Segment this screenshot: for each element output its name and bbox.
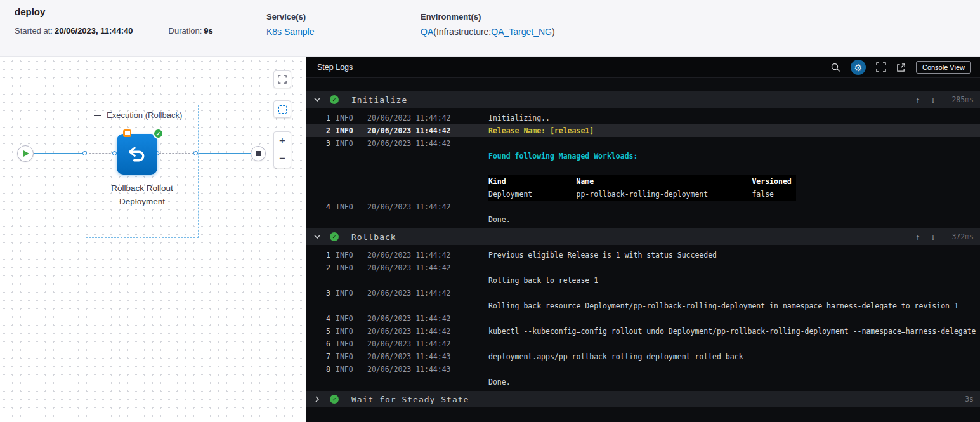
log-line[interactable]: 1 INFO 20/06/2023 11:44:42 Previous elig… (306, 249, 980, 261)
log-timestamp: 20/06/2023 11:44:42 (367, 312, 483, 325)
log-line[interactable] (306, 162, 980, 175)
log-line[interactable]: 3 INFO 20/06/2023 11:44:42 (306, 137, 980, 150)
log-level: INFO (336, 325, 362, 338)
chevron-down-icon[interactable] (314, 96, 320, 103)
log-message: Done. (488, 376, 511, 388)
log-level: INFO (336, 249, 362, 261)
section-success-icon: ✓ (330, 95, 339, 104)
log-timestamp: 20/06/2023 11:44:43 (367, 363, 483, 376)
log-line[interactable]: 2 INFO 20/06/2023 11:44:42 Release Name:… (306, 124, 980, 137)
log-message: Done. (488, 213, 511, 226)
log-line[interactable]: Rolling back to release 1 (306, 274, 980, 287)
log-section-wait-for-steady-state: ✓ Wait for Steady State 3s (306, 391, 980, 407)
log-line[interactable]: 3 INFO 20/06/2023 11:44:42 (306, 287, 980, 300)
log-line-number (306, 188, 330, 201)
infrastructure-prefix: (Infrastructure: (433, 27, 491, 37)
log-timestamp (367, 162, 483, 175)
scroll-to-top-icon[interactable]: ↑ (915, 95, 920, 105)
log-timestamp: 20/06/2023 11:44:42 (367, 137, 483, 150)
log-line-number (306, 213, 330, 226)
environments-block: Environment(s) QA(Infrastructure:QA_Targ… (421, 6, 555, 37)
infrastructure-link[interactable]: QA_Target_NG (491, 27, 552, 37)
console-view-button[interactable]: Console View (916, 61, 971, 74)
log-message: Previous eligible Release is 1 with stat… (488, 249, 717, 261)
console-title: Step Logs (317, 63, 353, 72)
chevron-right-icon[interactable] (313, 396, 321, 402)
log-level: INFO (336, 338, 362, 350)
expand-logs-icon[interactable] (876, 62, 886, 72)
log-line[interactable]: Kind Name Versioned (306, 175, 980, 188)
started-at-value: 20/06/2023, 11:44:40 (55, 26, 133, 36)
started-at-label: Started at: (15, 26, 53, 36)
scroll-to-bottom-icon[interactable]: ↓ (931, 232, 936, 242)
collapse-icon[interactable] (94, 115, 101, 116)
chevron-down-icon[interactable] (314, 233, 320, 241)
log-timestamp: 20/06/2023 11:44:42 (367, 325, 483, 338)
log-lines: 1 INFO 20/06/2023 11:44:42 Previous elig… (306, 245, 980, 391)
log-timestamp: 20/06/2023 11:44:43 (367, 350, 483, 363)
section-title: Rollback (351, 232, 396, 242)
scroll-to-bottom-icon[interactable]: ↓ (931, 95, 936, 105)
log-line[interactable]: Done. (306, 376, 980, 388)
scroll-to-top-icon[interactable]: ↑ (915, 232, 920, 242)
play-icon (23, 150, 29, 157)
log-line[interactable]: 6 INFO 20/06/2023 11:44:42 (306, 338, 980, 350)
infrastructure-suffix: ) (552, 27, 555, 37)
log-line[interactable]: Done. (306, 213, 980, 226)
log-line-number: 4 (306, 201, 330, 213)
zoom-in-button[interactable]: + (274, 132, 291, 150)
log-line[interactable]: Rolling back resource Deployment/pp-roll… (306, 300, 980, 312)
log-line[interactable]: Found following Managed Workloads: (306, 150, 980, 162)
log-line[interactable]: 8 INFO 20/06/2023 11:44:43 (306, 363, 980, 376)
log-line-number: 3 (306, 287, 330, 300)
log-line-number (306, 162, 330, 175)
canvas-selection-button[interactable] (273, 100, 291, 118)
section-header-initialize[interactable]: ✓ Initialize ↑ ↓ 285ms (306, 91, 980, 108)
section-header-rollback[interactable]: ✓ Rollback ↑ ↓ 372ms (306, 228, 980, 245)
log-message: Rolling back to release 1 (488, 274, 598, 287)
log-line-number: 1 (306, 112, 330, 124)
pipeline-execution-page: deploy Started at:20/06/2023, 11:44:40 D… (0, 0, 980, 422)
section-header-wait-for-steady-state[interactable]: ✓ Wait for Steady State 3s (306, 391, 980, 407)
rollback-step-node[interactable]: ✓ (117, 134, 157, 175)
environments-label: Environment(s) (421, 12, 555, 22)
search-icon[interactable] (830, 62, 840, 72)
start-node (17, 145, 34, 162)
log-message: Found following Managed Workloads: (488, 150, 637, 162)
log-line[interactable]: Deployment pp-rollback-rolling-deploymen… (306, 188, 980, 201)
log-level (336, 188, 362, 201)
started-at: Started at:20/06/2023, 11:44:40 (15, 26, 133, 36)
log-level: INFO (336, 124, 362, 137)
settings-gear-icon[interactable]: ⚙ (851, 60, 866, 75)
zoom-out-button[interactable]: − (274, 150, 291, 168)
log-line[interactable]: 1 INFO 20/06/2023 11:44:42 Initializing.… (306, 112, 980, 124)
log-timestamp: 20/06/2023 11:44:42 (367, 112, 483, 124)
console-header: Step Logs ⚙ Console View (306, 57, 980, 78)
open-in-new-icon[interactable] (896, 63, 906, 72)
log-line[interactable]: 4 INFO 20/06/2023 11:44:42 (306, 201, 980, 213)
environment-link[interactable]: QA (421, 27, 433, 37)
execution-group[interactable]: Execution (Rollback) ✓ Rollback Rollout … (86, 105, 199, 238)
log-line[interactable]: 7 INFO 20/06/2023 11:44:43 deployment.ap… (306, 350, 980, 363)
log-timestamp (367, 175, 483, 188)
edge-group-to-end (198, 153, 251, 154)
log-line-number: 6 (306, 338, 330, 350)
service-link[interactable]: K8s Sample (266, 27, 314, 37)
rollback-icon (126, 143, 148, 166)
log-line[interactable]: 5 INFO 20/06/2023 11:44:42 kubectl --kub… (306, 325, 980, 338)
log-line[interactable]: 2 INFO 20/06/2023 11:44:42 (306, 261, 980, 274)
log-line[interactable]: 4 INFO 20/06/2023 11:44:42 (306, 312, 980, 325)
log-level: INFO (336, 137, 362, 150)
execution-group-label[interactable]: Execution (Rollback) (94, 110, 182, 120)
log-message: Initializing.. (488, 112, 550, 124)
duration-label: Duration: (169, 26, 202, 36)
log-timestamp (367, 300, 483, 312)
execution-header: deploy Started at:20/06/2023, 11:44:40 D… (0, 0, 980, 57)
step-logs-panel: Step Logs ⚙ Console View (306, 57, 980, 422)
log-level: INFO (336, 350, 362, 363)
log-level (336, 213, 362, 226)
log-message: Rolling back resource Deployment/pp-roll… (488, 300, 958, 312)
log-level (336, 376, 362, 388)
canvas-fullscreen-button[interactable] (273, 70, 291, 88)
pipeline-canvas[interactable]: Execution (Rollback) ✓ Rollback Rollout … (0, 57, 306, 422)
